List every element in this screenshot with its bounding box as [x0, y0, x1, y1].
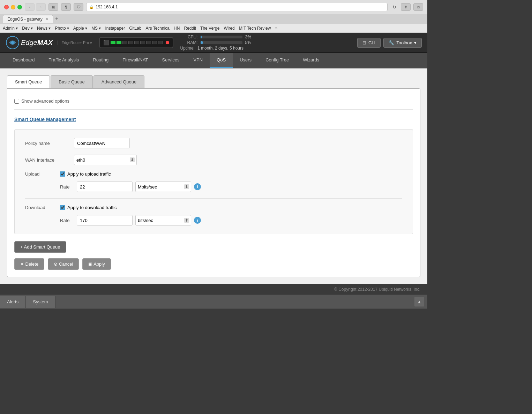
monitor-icon: ⊟ — [362, 40, 366, 45]
new-tab-button[interactable]: + — [53, 15, 61, 23]
cancel-button[interactable]: ⊘ Cancel — [48, 258, 79, 270]
upload-rate-input[interactable] — [77, 182, 133, 192]
port-led-9 — [158, 41, 163, 44]
policy-name-input[interactable] — [74, 138, 130, 148]
top-bar: EdgeMAX EdgeRouter Pro v ⬛ CPU: — [0, 33, 427, 53]
copyright-text: © Copyright 2012-2017 Ubiquiti Networks,… — [334, 287, 420, 292]
bookmark-theverge[interactable]: The Verge — [200, 26, 219, 31]
download-unit-select-wrapper: bits/sec Kbits/sec Mbits/sec Gbits/sec — [135, 215, 191, 226]
stats-area: CPU: 3% RAM: 5% Uptime: 1 month, 2 days,… — [180, 35, 256, 51]
bookmark-mittech[interactable]: MIT Tech Review — [239, 26, 271, 31]
tab-users[interactable]: Users — [233, 53, 258, 68]
port-leds — [111, 41, 163, 44]
upload-checkbox[interactable] — [60, 171, 65, 177]
download-label: Download — [25, 205, 60, 210]
show-advanced-checkbox[interactable] — [14, 99, 19, 104]
bookmark-more-icon[interactable]: » — [275, 26, 277, 31]
download-check-label[interactable]: Apply to download traffic — [60, 205, 117, 210]
tab-traffic-analysis[interactable]: Traffic Analysis — [42, 53, 86, 68]
delete-button[interactable]: ✕ Delete — [14, 258, 44, 270]
upload-section: Upload Apply to upload traffic Rate bits… — [25, 171, 402, 192]
tab-services[interactable]: Services — [155, 53, 187, 68]
toolbox-button[interactable]: 🔧 Toolbox ▾ — [383, 38, 422, 48]
cpu-label: CPU: — [180, 35, 198, 39]
bottom-tab-alerts[interactable]: Alerts — [0, 296, 26, 308]
sub-tab-smart-queue[interactable]: Smart Queue — [7, 75, 50, 88]
upload-rate-row: Rate bits/sec Kbits/sec Mbits/sec Gbits/… — [60, 182, 402, 192]
bottom-buttons: ✕ Delete ⊘ Cancel ▣ Apply — [14, 258, 413, 270]
cli-button[interactable]: ⊟ CLI — [357, 38, 381, 48]
bookmark-wired[interactable]: Wired — [224, 26, 234, 31]
bookmark-dev[interactable]: Dev ▾ — [22, 26, 33, 31]
upload-unit-select[interactable]: bits/sec Kbits/sec Mbits/sec Gbits/sec — [135, 182, 191, 192]
bookmark-ms[interactable]: MS ▾ — [91, 26, 101, 31]
main-content: Smart Queue Basic Queue Advanced Queue S… — [0, 68, 427, 284]
tab-firewall-nat[interactable]: Firewall/NAT — [115, 53, 155, 68]
device-name-label: EdgeRouter Pro v — [58, 40, 92, 45]
browser-chrome: ‹ › ⊞ ¶ 🛡 🔒 192.168.4.1 ↻ ⬆ ⧉ EdgeOS - g… — [0, 0, 427, 33]
bookmark-news[interactable]: News ▾ — [37, 26, 51, 31]
logo-text: EdgeMAX — [21, 39, 53, 47]
ram-bar-container — [201, 41, 242, 44]
port-led-3 — [122, 41, 127, 44]
edgemax-logo-icon — [6, 36, 20, 50]
tab-config-tree[interactable]: Config Tree — [258, 53, 296, 68]
wan-interface-select[interactable]: eth0 eth1 eth2 eth3 — [74, 155, 137, 165]
new-window-button[interactable]: ⧉ — [413, 3, 423, 11]
wan-interface-row: WAN Interface eth0 eth1 eth2 eth3 — [25, 155, 402, 165]
bookmark-photo[interactable]: Photo ▾ — [55, 26, 69, 31]
download-info-icon[interactable]: i — [194, 217, 201, 224]
device-power-led — [166, 41, 169, 44]
port-led-7 — [146, 41, 151, 44]
add-smart-queue-button[interactable]: + Add Smart Queue — [14, 241, 66, 253]
sub-tab-basic-queue[interactable]: Basic Queue — [51, 75, 92, 88]
bottom-expand-icon[interactable]: ▲ — [414, 296, 425, 307]
minimize-traffic-light[interactable] — [11, 5, 15, 9]
tab-qos[interactable]: QoS — [210, 53, 233, 68]
uptime-row: Uptime: 1 month, 2 days, 5 hours — [180, 46, 256, 51]
maximize-traffic-light[interactable] — [17, 5, 22, 9]
download-checkbox[interactable] — [60, 205, 65, 210]
lock-icon: 🔒 — [89, 5, 93, 9]
bookmark-hn[interactable]: HN — [174, 26, 180, 31]
device-display: ⬛ — [99, 37, 173, 48]
uptime-value: 1 month, 2 days, 5 hours — [197, 46, 243, 51]
bottom-bar: Alerts System ▲ — [0, 295, 427, 309]
address-bar[interactable]: 🔒 192.168.4.1 — [86, 3, 388, 11]
bookmark-arstechnica[interactable]: Ars Technica — [146, 26, 170, 31]
bookmark-instapaper[interactable]: Instapaper — [105, 26, 125, 31]
upload-label: Upload — [25, 171, 60, 177]
sidebar-toggle-button[interactable]: ⊞ — [48, 3, 58, 11]
share-button[interactable]: ⬆ — [401, 3, 411, 11]
reload-button[interactable]: ↻ — [390, 3, 398, 11]
apply-button[interactable]: ▣ Apply — [82, 258, 111, 270]
tab-close-icon[interactable]: ✕ — [45, 17, 48, 21]
reader-mode-button[interactable]: ¶ — [61, 3, 71, 11]
bookmark-gitlab[interactable]: GitLab — [129, 26, 141, 31]
download-unit-select[interactable]: bits/sec Kbits/sec Mbits/sec Gbits/sec — [135, 215, 191, 226]
upload-info-icon[interactable]: i — [194, 183, 201, 190]
shield-button[interactable]: 🛡 — [74, 3, 83, 11]
upload-unit-select-wrapper: bits/sec Kbits/sec Mbits/sec Gbits/sec — [135, 182, 191, 192]
sub-tab-advanced-queue[interactable]: Advanced Queue — [93, 75, 144, 88]
show-advanced-text: Show advanced options — [21, 98, 69, 104]
wrench-icon: 🔧 — [389, 40, 394, 45]
show-advanced-label[interactable]: Show advanced options — [14, 98, 69, 104]
tab-wizards[interactable]: Wizards — [296, 53, 326, 68]
bookmarks-bar: Admin ▾ Dev ▾ News ▾ Photo ▾ Apple ▾ MS … — [0, 24, 427, 33]
policy-name-label: Policy name — [25, 141, 74, 146]
bookmark-admin[interactable]: Admin ▾ — [3, 26, 18, 31]
download-rate-input[interactable] — [77, 215, 133, 226]
bookmark-reddit[interactable]: Reddit — [184, 26, 196, 31]
download-check-row: Download Apply to download traffic — [25, 205, 402, 210]
bottom-tab-system[interactable]: System — [26, 296, 55, 308]
forward-button[interactable]: › — [36, 3, 46, 11]
tab-vpn[interactable]: VPN — [186, 53, 210, 68]
tab-routing[interactable]: Routing — [86, 53, 115, 68]
close-traffic-light[interactable] — [4, 5, 9, 9]
tab-dashboard[interactable]: Dashboard — [6, 53, 42, 68]
active-tab[interactable]: EdgeOS - gateway ✕ — [3, 15, 53, 23]
bookmark-apple[interactable]: Apple ▾ — [73, 26, 87, 31]
upload-check-label[interactable]: Apply to upload traffic — [60, 171, 111, 177]
back-button[interactable]: ‹ — [25, 3, 35, 11]
